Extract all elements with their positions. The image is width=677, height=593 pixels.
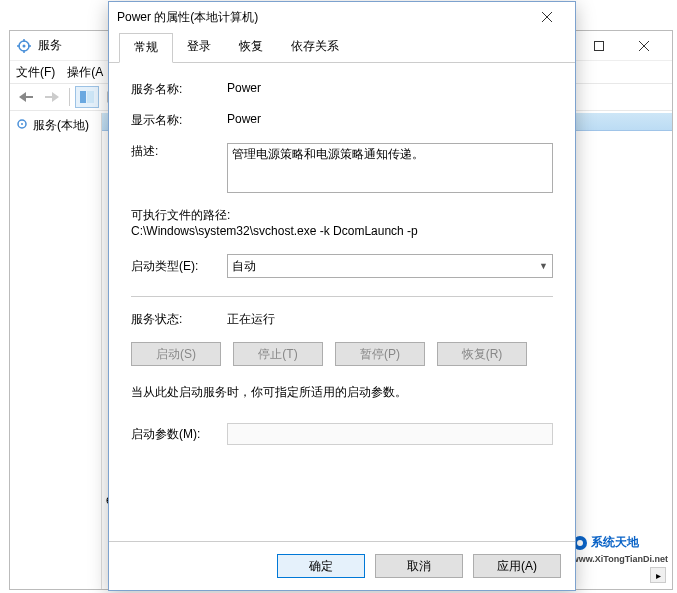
tabs: 常规 登录 恢复 依存关系 bbox=[109, 32, 575, 63]
menu-action[interactable]: 操作(A bbox=[67, 64, 103, 81]
value-service-status: 正在运行 bbox=[227, 311, 553, 328]
services-tree: 服务(本地) bbox=[10, 113, 102, 589]
start-params-input bbox=[227, 423, 553, 445]
gear-icon bbox=[15, 117, 29, 134]
description-textarea[interactable]: 管理电源策略和电源策略通知传递。 bbox=[227, 143, 553, 193]
tree-item-label: 服务(本地) bbox=[33, 117, 89, 134]
apply-button[interactable]: 应用(A) bbox=[473, 554, 561, 578]
watermark-text: 系统天地 bbox=[591, 535, 639, 549]
close-button[interactable] bbox=[621, 32, 666, 60]
label-display-name: 显示名称: bbox=[131, 112, 227, 129]
view-button[interactable] bbox=[75, 86, 99, 108]
scroll-right-button[interactable]: ▸ bbox=[650, 567, 666, 583]
value-exe-path: C:\Windows\system32\svchost.exe -k DcomL… bbox=[131, 224, 553, 238]
svg-rect-3 bbox=[594, 41, 603, 50]
start-params-note: 当从此处启动服务时，你可指定所适用的启动参数。 bbox=[131, 384, 553, 401]
tree-item-services-local[interactable]: 服务(本地) bbox=[12, 115, 99, 136]
toolbar-separator bbox=[69, 88, 70, 106]
start-button: 启动(S) bbox=[131, 342, 221, 366]
back-button[interactable] bbox=[14, 86, 38, 108]
forward-button[interactable] bbox=[40, 86, 64, 108]
tab-general[interactable]: 常规 bbox=[119, 33, 173, 63]
resume-button: 恢复(R) bbox=[437, 342, 527, 366]
label-description: 描述: bbox=[131, 143, 227, 160]
watermark-url: www.XiTongTianDi.net bbox=[572, 554, 668, 564]
label-service-status: 服务状态: bbox=[131, 311, 227, 328]
general-panel: 服务名称: Power 显示名称: Power 描述: 管理电源策略和电源策略通… bbox=[109, 63, 575, 541]
label-start-params: 启动参数(M): bbox=[131, 426, 227, 443]
divider bbox=[131, 296, 553, 297]
tab-recovery[interactable]: 恢复 bbox=[225, 33, 277, 63]
properties-dialog: Power 的属性(本地计算机) 常规 登录 恢复 依存关系 服务名称: Pow… bbox=[108, 1, 576, 591]
dialog-title: Power 的属性(本地计算机) bbox=[117, 9, 527, 26]
label-service-name: 服务名称: bbox=[131, 81, 227, 98]
label-exe-path: 可执行文件的路径: bbox=[131, 207, 553, 224]
pause-button: 暂停(P) bbox=[335, 342, 425, 366]
menu-file[interactable]: 文件(F) bbox=[16, 64, 55, 81]
dialog-close-button[interactable] bbox=[527, 4, 567, 30]
startup-type-select[interactable]: 自动 ▼ bbox=[227, 254, 553, 278]
watermark: 系统天地 www.XiTongTianDi.net bbox=[572, 534, 668, 565]
stop-button: 停止(T) bbox=[233, 342, 323, 366]
value-display-name: Power bbox=[227, 112, 553, 126]
dialog-title-bar: Power 的属性(本地计算机) bbox=[109, 2, 575, 32]
cancel-button[interactable]: 取消 bbox=[375, 554, 463, 578]
startup-type-selected: 自动 bbox=[232, 258, 256, 275]
chevron-down-icon: ▼ bbox=[539, 261, 548, 271]
tab-logon[interactable]: 登录 bbox=[173, 33, 225, 63]
svg-rect-9 bbox=[87, 91, 94, 103]
dialog-buttons: 确定 取消 应用(A) bbox=[109, 541, 575, 590]
svg-point-16 bbox=[577, 540, 583, 546]
maximize-button[interactable] bbox=[576, 32, 621, 60]
tab-dependencies[interactable]: 依存关系 bbox=[277, 33, 353, 63]
ok-button[interactable]: 确定 bbox=[277, 554, 365, 578]
service-control-buttons: 启动(S) 停止(T) 暂停(P) 恢复(R) bbox=[131, 342, 553, 366]
svg-point-14 bbox=[21, 123, 23, 125]
svg-rect-8 bbox=[80, 91, 86, 103]
value-service-name: Power bbox=[227, 81, 553, 95]
svg-point-1 bbox=[23, 44, 26, 47]
label-startup-type: 启动类型(E): bbox=[131, 258, 227, 275]
services-icon bbox=[16, 38, 32, 54]
